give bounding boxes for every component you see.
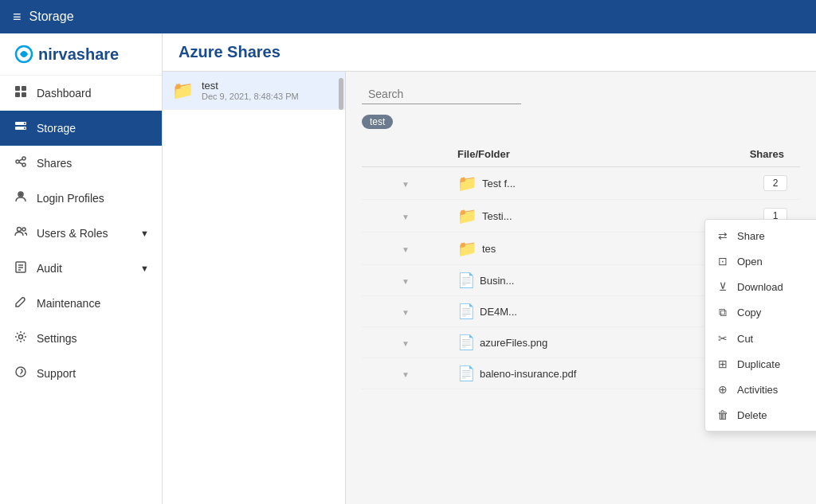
- ctx-label-cut: Cut: [737, 333, 753, 345]
- sidebar-item-users-roles[interactable]: Users & Roles ▼: [0, 216, 162, 251]
- file-name-row: 📄 azureFiles.png: [457, 334, 704, 351]
- row-filename-cell: 📄 azureFiles.png: [449, 327, 712, 358]
- row-expand[interactable]: ▼: [362, 296, 449, 327]
- ctx-label-share: Share: [737, 230, 765, 242]
- file-icon: 📄: [457, 272, 475, 289]
- file-name: test: [202, 80, 299, 92]
- svg-rect-1: [15, 86, 20, 91]
- content-header: Azure Shares: [163, 33, 816, 72]
- delete-icon: 🗑: [716, 408, 729, 421]
- audit-icon: [13, 260, 29, 276]
- cut-icon: ✂: [716, 332, 729, 345]
- left-panel-item[interactable]: 📁 test Dec 9, 2021, 8:48:43 PM: [163, 72, 345, 110]
- row-expand[interactable]: ▼: [362, 265, 449, 296]
- support-label: Support: [37, 367, 76, 380]
- search-input[interactable]: [362, 84, 521, 104]
- open-icon: ⊡: [716, 255, 729, 268]
- ctx-label-open: Open: [737, 256, 763, 268]
- copy-icon: ⧉: [716, 306, 729, 319]
- ctx-item-copy[interactable]: ⧉ Copy: [705, 299, 816, 326]
- folder-icon: 📁: [457, 206, 477, 225]
- ctx-item-open[interactable]: ⊡ Open: [705, 248, 816, 274]
- row-expand[interactable]: ▼: [362, 167, 449, 200]
- activities-icon: ⊕: [716, 383, 729, 396]
- svg-point-16: [18, 228, 22, 232]
- ctx-label-copy: Copy: [737, 307, 761, 318]
- ctx-item-delete[interactable]: 🗑 Delete: [705, 402, 816, 428]
- row-shares-cell: 2: [712, 167, 800, 200]
- svg-rect-4: [22, 92, 26, 97]
- svg-rect-2: [22, 86, 26, 91]
- sidebar-item-maintenance[interactable]: Maintenance: [0, 286, 162, 321]
- svg-rect-3: [15, 92, 20, 97]
- settings-icon: [13, 330, 29, 346]
- ctx-label-download: Download: [737, 281, 783, 293]
- file-icon: 📄: [457, 303, 475, 320]
- file-icon: 📄: [457, 365, 475, 382]
- row-chevron: ▼: [402, 370, 410, 379]
- shares-label: Shares: [37, 157, 72, 170]
- row-filename-cell: 📁 Testi...: [449, 200, 712, 232]
- col-file-header: File/Folder: [449, 142, 712, 167]
- ctx-item-share[interactable]: ⇄ Share: [705, 223, 816, 248]
- table-row[interactable]: ▼ 📁 Test f... 2: [362, 167, 800, 200]
- sidebar-item-login-profiles[interactable]: Login Profiles: [0, 181, 162, 216]
- sidebar-item-audit[interactable]: Audit ▼: [0, 251, 162, 286]
- row-chevron: ▼: [402, 308, 410, 317]
- breadcrumb: test: [362, 115, 393, 129]
- users-icon: [13, 225, 29, 241]
- users-roles-label: Users & Roles: [37, 227, 108, 240]
- sidebar-item-storage[interactable]: Storage: [0, 111, 162, 146]
- menu-icon[interactable]: ≡: [13, 9, 22, 25]
- file-name-row: 📁 Testi...: [457, 206, 704, 225]
- row-name: baleno-insurance.pdf: [480, 368, 576, 380]
- row-name: Busin...: [480, 275, 514, 287]
- row-name: azureFiles.png: [480, 337, 547, 349]
- dashboard-icon: [13, 85, 29, 101]
- sidebar-item-shares[interactable]: Shares: [0, 146, 162, 181]
- row-chevron: ▼: [402, 245, 410, 254]
- dashboard-label: Dashboard: [37, 87, 92, 100]
- sidebar-item-support[interactable]: Support: [0, 356, 162, 391]
- ctx-item-cut[interactable]: ✂ Cut: [705, 326, 816, 351]
- row-name: Test f...: [482, 178, 516, 189]
- storage-label: Storage: [37, 122, 76, 135]
- folder-icon: 📁: [457, 239, 477, 258]
- sidebar-item-dashboard[interactable]: Dashboard: [0, 76, 162, 111]
- shares-badge: 2: [763, 175, 787, 191]
- svg-point-8: [24, 127, 26, 129]
- ctx-item-activities[interactable]: ⊕ Activities: [705, 377, 816, 402]
- storage-icon: [13, 120, 29, 136]
- svg-point-23: [16, 367, 26, 377]
- col-shares-header: Shares: [712, 142, 800, 167]
- row-expand[interactable]: ▼: [362, 232, 449, 265]
- ctx-item-download[interactable]: ⊻ Download: [705, 274, 816, 299]
- download-icon: ⊻: [716, 280, 729, 293]
- row-expand[interactable]: ▼: [362, 200, 449, 232]
- row-chevron: ▼: [402, 213, 410, 221]
- row-filename-cell: 📁 tes: [449, 232, 712, 265]
- row-expand[interactable]: ▼: [362, 327, 449, 358]
- folder-icon: 📁: [457, 174, 477, 193]
- ctx-label-duplicate: Duplicate: [737, 358, 780, 370]
- content-area: Azure Shares 📁 test Dec 9, 2021, 8:48:43…: [163, 33, 816, 504]
- left-panel: 📁 test Dec 9, 2021, 8:48:43 PM: [163, 72, 346, 504]
- svg-point-17: [22, 228, 26, 231]
- maintenance-label: Maintenance: [37, 297, 100, 310]
- sidebar-item-settings[interactable]: Settings: [0, 321, 162, 356]
- row-expand[interactable]: ▼: [362, 358, 449, 389]
- share-icon: ⇄: [716, 229, 729, 242]
- ctx-label-activities: Activities: [737, 384, 778, 396]
- row-chevron: ▼: [402, 277, 410, 286]
- svg-point-11: [22, 163, 26, 166]
- row-filename-cell: 📄 Busin...: [449, 265, 712, 296]
- folder-icon: 📁: [172, 80, 194, 101]
- svg-line-13: [19, 162, 22, 164]
- file-name-row: 📄 baleno-insurance.pdf: [457, 365, 704, 382]
- row-name: Testi...: [482, 210, 512, 222]
- settings-label: Settings: [37, 332, 77, 345]
- ctx-item-duplicate[interactable]: ⊞ Duplicate: [705, 351, 816, 377]
- right-panel: test File/Folder Shares ▼ 📁: [346, 72, 816, 504]
- scrollbar[interactable]: [339, 78, 343, 110]
- svg-point-22: [19, 335, 23, 339]
